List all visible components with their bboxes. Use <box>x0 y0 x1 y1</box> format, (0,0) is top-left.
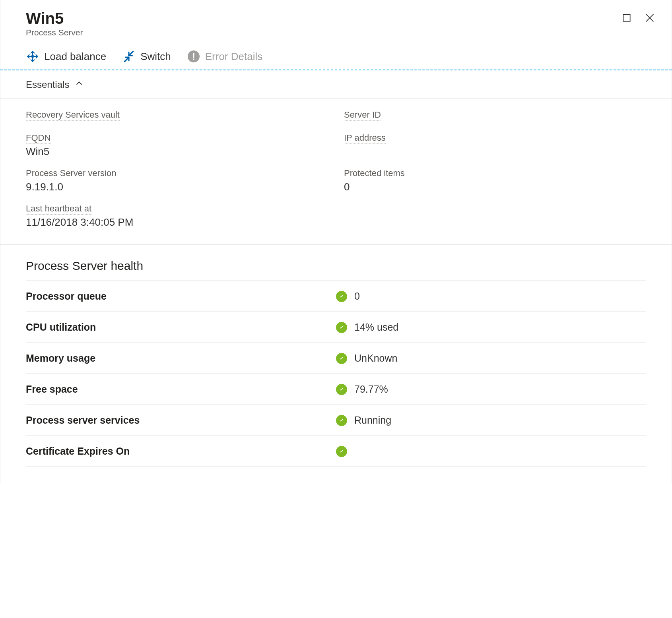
field-label: IP address <box>344 133 386 144</box>
switch-label: Switch <box>140 50 171 63</box>
health-row-value <box>336 446 646 457</box>
field-label: Protected items <box>344 168 405 179</box>
health-row: Process server servicesRunning <box>26 405 646 436</box>
panel-header: Win5 Process Server <box>0 0 672 44</box>
page-title: Win5 <box>26 10 83 27</box>
health-row-value-text: Running <box>354 415 391 426</box>
process-server-panel: Win5 Process Server Load bal <box>0 0 672 483</box>
health-row-value-text: 79.77% <box>354 384 388 395</box>
header-title-block: Win5 Process Server <box>26 10 83 37</box>
error-details-label: Error Details <box>205 50 262 63</box>
field-label: Process Server version <box>26 168 116 179</box>
page-subtitle: Process Server <box>26 28 83 37</box>
field-recovery-vault: Recovery Services vault <box>26 110 328 122</box>
load-balance-button[interactable]: Load balance <box>26 50 106 63</box>
health-row-value-text: 14% used <box>354 322 398 333</box>
field-label: Server ID <box>344 110 381 121</box>
close-icon[interactable] <box>644 12 656 24</box>
field-version: Process Server version 9.19.1.0 <box>26 168 328 193</box>
field-label: Recovery Services vault <box>26 110 120 121</box>
health-row-label: Free space <box>26 384 336 395</box>
status-ok-icon <box>336 322 347 333</box>
health-row-value: Running <box>336 415 646 426</box>
health-row-label: Process server services <box>26 415 336 426</box>
status-ok-icon <box>336 353 347 364</box>
field-label: Last heartbeat at <box>26 203 91 215</box>
health-section: Process Server health Processor queue0CP… <box>0 244 672 483</box>
switch-icon <box>122 50 136 63</box>
health-row: Free space79.77% <box>26 374 646 405</box>
field-value: 11/16/2018 3:40:05 PM <box>26 216 328 229</box>
load-balance-label: Load balance <box>44 50 106 63</box>
health-row-value: 79.77% <box>336 384 646 395</box>
health-row: Processor queue0 <box>26 281 646 312</box>
field-server-id: Server ID <box>344 110 646 122</box>
health-row-value-text: UnKnown <box>354 353 397 364</box>
health-row: CPU utilization14% used <box>26 312 646 343</box>
field-fqdn: FQDN Win5 <box>26 133 328 158</box>
health-row-value-text: 0 <box>354 291 360 302</box>
health-row-value: UnKnown <box>336 353 646 364</box>
svg-rect-0 <box>623 14 630 21</box>
essentials-grid: Recovery Services vault Server ID FQDN W… <box>0 99 672 244</box>
restore-icon[interactable] <box>621 12 633 24</box>
field-protected-items: Protected items 0 <box>344 168 646 193</box>
health-row: Memory usageUnKnown <box>26 343 646 374</box>
field-value: 9.19.1.0 <box>26 181 328 193</box>
field-ip-address: IP address <box>344 133 646 158</box>
command-bar: Load balance Switch ! Error Details <box>0 44 672 70</box>
essentials-toggle[interactable]: Essentials <box>0 70 672 99</box>
error-details-button: ! Error Details <box>187 50 262 63</box>
health-title: Process Server health <box>26 252 646 281</box>
switch-button[interactable]: Switch <box>122 50 171 63</box>
error-details-icon: ! <box>187 50 200 63</box>
status-ok-icon <box>336 415 347 426</box>
health-row-label: CPU utilization <box>26 322 336 333</box>
health-row-label: Processor queue <box>26 291 336 302</box>
health-row-value: 14% used <box>336 322 646 333</box>
field-last-heartbeat: Last heartbeat at 11/16/2018 3:40:05 PM <box>26 203 328 229</box>
field-value: Win5 <box>26 145 328 158</box>
status-ok-icon <box>336 446 347 457</box>
status-ok-icon <box>336 291 347 302</box>
chevron-up-icon <box>75 79 84 90</box>
field-label: FQDN <box>26 133 50 144</box>
health-row: Certificate Expires On <box>26 436 646 467</box>
window-controls <box>621 10 656 24</box>
health-row-label: Memory usage <box>26 353 336 364</box>
health-rows: Processor queue0CPU utilization14% usedM… <box>26 281 646 467</box>
essentials-label: Essentials <box>26 79 69 90</box>
health-row-value: 0 <box>336 291 646 302</box>
load-balance-icon <box>26 50 39 63</box>
svg-point-3 <box>31 55 34 58</box>
field-value: 0 <box>344 181 646 193</box>
health-row-label: Certificate Expires On <box>26 446 336 457</box>
status-ok-icon <box>336 384 347 395</box>
